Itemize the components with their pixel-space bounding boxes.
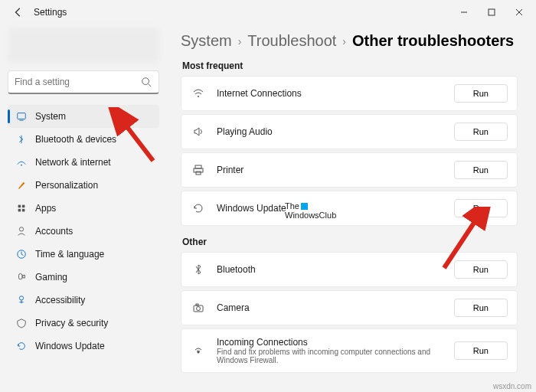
troubleshooter-card: Internet ConnectionsRun <box>181 76 518 111</box>
troubleshooter-card: CameraRun <box>181 290 518 325</box>
nav-icon <box>15 317 28 329</box>
svg-rect-24 <box>196 304 198 305</box>
sidebar-item-time-language[interactable]: Time & language <box>8 243 159 266</box>
nav-icon <box>15 156 28 168</box>
troubleshooter-icon <box>191 343 206 358</box>
window-controls <box>450 2 533 23</box>
svg-rect-1 <box>489 9 495 15</box>
nav-icon <box>15 340 28 352</box>
sidebar: SystemBluetooth & devicesNetwork & inter… <box>0 24 167 392</box>
svg-point-17 <box>19 296 23 300</box>
troubleshooter-card: Incoming ConnectionsFind and fix problem… <box>181 328 518 373</box>
svg-line-5 <box>149 84 152 87</box>
troubleshooter-icon <box>191 162 206 178</box>
sidebar-item-apps[interactable]: Apps <box>8 197 159 220</box>
run-button[interactable]: Run <box>454 260 508 279</box>
minimize-button[interactable] <box>450 2 478 23</box>
nav-icon <box>15 179 28 191</box>
nav-icon <box>15 110 28 122</box>
sidebar-item-privacy-security[interactable]: Privacy & security <box>8 312 159 335</box>
run-button[interactable]: Run <box>454 84 508 103</box>
svg-rect-15 <box>19 274 22 279</box>
main-panel: System › Troubleshoot › Other troublesho… <box>167 24 536 392</box>
run-button[interactable]: Run <box>454 161 508 179</box>
sidebar-item-windows-update[interactable]: Windows Update <box>8 335 159 358</box>
nav-icon <box>15 202 28 214</box>
troubleshooter-card: Playing AudioRun <box>181 114 518 149</box>
sidebar-item-label: Windows Update <box>35 341 105 351</box>
nav-icon <box>15 248 28 260</box>
sidebar-item-accessibility[interactable]: Accessibility <box>8 289 159 312</box>
chevron-right-icon: › <box>342 35 346 47</box>
run-button[interactable]: Run <box>454 199 508 217</box>
sidebar-item-network-internet[interactable]: Network & internet <box>8 151 159 174</box>
sidebar-item-label: Network & internet <box>35 157 111 168</box>
section-other: Other <box>182 237 518 247</box>
svg-rect-12 <box>22 209 25 212</box>
profile-card[interactable] <box>8 28 159 63</box>
chevron-right-icon: › <box>238 35 242 47</box>
sidebar-item-system[interactable]: System <box>8 105 159 128</box>
svg-point-23 <box>197 307 201 311</box>
troubleshooter-label: Camera <box>217 302 443 313</box>
window-title: Settings <box>34 7 450 18</box>
sidebar-item-accounts[interactable]: Accounts <box>8 220 159 243</box>
run-button[interactable]: Run <box>454 122 508 141</box>
footer-watermark: wsxdn.com <box>493 382 531 390</box>
search-input[interactable] <box>15 77 140 87</box>
sidebar-item-label: Personalization <box>35 180 98 191</box>
content: SystemBluetooth & devicesNetwork & inter… <box>0 24 536 392</box>
nav-icon <box>15 225 28 237</box>
svg-point-25 <box>198 351 200 354</box>
crumb-troubleshoot[interactable]: Troubleshoot <box>247 32 336 50</box>
svg-rect-6 <box>18 113 26 119</box>
sidebar-item-label: Accessibility <box>35 295 85 305</box>
sidebar-item-label: System <box>35 111 66 122</box>
crumb-current: Other troubleshooters <box>352 32 514 50</box>
svg-rect-9 <box>18 205 21 208</box>
troubleshooter-label: Printer <box>217 165 443 175</box>
settings-window: Settings SystemBluetooth & devicesNetwor… <box>0 0 536 392</box>
svg-rect-11 <box>18 209 21 212</box>
close-button[interactable] <box>505 2 533 23</box>
sidebar-item-bluetooth-devices[interactable]: Bluetooth & devices <box>8 128 159 151</box>
troubleshooter-card: Windows UpdateRun <box>181 191 518 226</box>
svg-point-13 <box>19 227 23 231</box>
sidebar-item-label: Bluetooth & devices <box>35 134 116 145</box>
troubleshooter-icon <box>191 201 206 216</box>
nav-icon <box>15 271 28 283</box>
search-icon <box>140 76 152 88</box>
sidebar-item-label: Accounts <box>35 226 73 237</box>
sidebar-item-label: Privacy & security <box>35 318 108 328</box>
troubleshooter-label: Playing Audio <box>217 126 443 137</box>
search-box[interactable] <box>8 70 159 94</box>
troubleshooter-icon <box>191 86 206 101</box>
svg-point-18 <box>198 96 199 97</box>
run-button[interactable]: Run <box>454 341 508 360</box>
titlebar: Settings <box>0 0 536 24</box>
svg-point-8 <box>21 165 22 166</box>
run-button[interactable]: Run <box>454 299 508 317</box>
troubleshooter-label: Incoming ConnectionsFind and fix problem… <box>217 337 443 364</box>
breadcrumb: System › Troubleshoot › Other troublesho… <box>181 32 518 50</box>
svg-point-4 <box>142 78 149 85</box>
troubleshooter-icon <box>191 300 206 315</box>
nav-icon <box>15 294 28 306</box>
troubleshooter-label: Internet Connections <box>217 88 443 99</box>
troubleshooter-card: PrinterRun <box>181 152 518 188</box>
back-button[interactable] <box>11 5 26 20</box>
maximize-button[interactable] <box>478 2 505 23</box>
sidebar-item-label: Gaming <box>35 272 67 283</box>
section-most-frequent: Most frequent <box>182 60 518 71</box>
sidebar-item-gaming[interactable]: Gaming <box>8 266 159 289</box>
troubleshooter-sub: Find and fix problems with incoming comp… <box>217 348 443 364</box>
sidebar-item-label: Time & language <box>35 249 104 260</box>
svg-rect-19 <box>195 165 201 168</box>
svg-rect-10 <box>22 205 25 208</box>
nav-icon <box>15 133 28 145</box>
troubleshooter-icon <box>191 124 206 139</box>
sidebar-item-personalization[interactable]: Personalization <box>8 174 159 197</box>
crumb-system[interactable]: System <box>181 32 232 50</box>
svg-rect-16 <box>23 275 25 278</box>
sidebar-item-label: Apps <box>35 203 56 214</box>
